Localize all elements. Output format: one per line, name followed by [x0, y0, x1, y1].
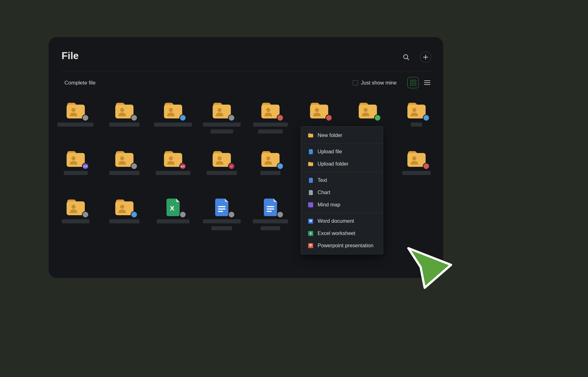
owner-avatar: [325, 114, 332, 121]
file-name-placeholder-group: [109, 123, 139, 127]
excel-item[interactable]: X: [149, 192, 197, 241]
owner-avatar: 微短: [179, 163, 186, 170]
folder-item[interactable]: [51, 192, 100, 241]
file-icon: [308, 178, 313, 183]
menu-group: Upload file Upload folder: [301, 144, 383, 172]
just-show-mine-toggle[interactable]: Just show mine: [353, 80, 397, 86]
file-icon-wrap: 微短: [163, 150, 183, 168]
menu-item-label: Mind map: [318, 202, 340, 208]
folder-item[interactable]: 志程: [51, 144, 100, 192]
folder-item[interactable]: [246, 96, 295, 144]
folder-icon: [308, 133, 313, 138]
file-name-placeholder-group: [109, 171, 139, 175]
menu-item-excel-worksheet[interactable]: xExcel worksheet: [301, 227, 383, 239]
file-name-placeholder-group: [207, 171, 237, 175]
add-button[interactable]: [420, 52, 431, 63]
file-icon-wrap: [212, 198, 232, 216]
mouse-cursor: [407, 247, 454, 292]
grid-view-icon: [410, 80, 413, 82]
file-icon-wrap: [358, 101, 378, 119]
menu-item-text[interactable]: Text: [301, 174, 383, 186]
menu-item-chart[interactable]: Chart: [301, 186, 383, 199]
upload-file-icon: [308, 149, 313, 155]
file-name-placeholder-group: [203, 219, 241, 230]
search-icon: [403, 54, 410, 61]
owner-avatar: [277, 163, 284, 170]
file-name-placeholder: [203, 123, 241, 127]
file-icon-wrap: [66, 101, 86, 119]
list-view-button[interactable]: [422, 78, 432, 87]
file-name-placeholder: [57, 123, 94, 127]
folder-item[interactable]: [100, 144, 149, 192]
menu-item-mind-map[interactable]: Mind map: [301, 199, 383, 211]
list-view-icon: [424, 80, 430, 81]
file-name-placeholder: [207, 171, 237, 175]
file-name-placeholder-group: [156, 171, 190, 175]
shape-square-icon: [308, 202, 313, 207]
file-icon-wrap: 志程: [66, 150, 86, 168]
doc-item[interactable]: [197, 192, 246, 241]
menu-item-powerpoint-presentation[interactable]: PPowerpoint presentation: [301, 239, 383, 252]
search-button[interactable]: [400, 52, 412, 63]
folder-item[interactable]: [100, 96, 149, 144]
folder-item[interactable]: 微短: [149, 144, 197, 192]
owner-avatar: [423, 114, 430, 121]
file-name-placeholder: [253, 219, 288, 223]
file-icon-wrap: X: [163, 198, 183, 216]
file-name-placeholder: [109, 219, 139, 223]
word-document-icon: W: [308, 218, 313, 224]
owner-avatar: [277, 211, 284, 218]
file-name-placeholder-group: [411, 123, 422, 127]
file-name-placeholder: [154, 123, 192, 127]
menu-item-label: Chart: [318, 189, 330, 195]
grid-view-button[interactable]: [407, 77, 419, 88]
file-name-placeholder: [261, 226, 280, 230]
owner-avatar: [374, 114, 381, 121]
folder-item[interactable]: [149, 96, 197, 144]
file-name-placeholder-group: [57, 123, 94, 127]
file-name-placeholder: [157, 219, 189, 223]
file-name-placeholder: [211, 226, 232, 230]
chart-icon: [308, 190, 313, 195]
menu-item-word-document[interactable]: WWord document: [301, 215, 383, 227]
menu-item-label: Upload file: [318, 149, 342, 155]
file-name-placeholder: [156, 171, 190, 175]
file-icon-wrap: [163, 101, 183, 119]
file-icon-wrap: [114, 150, 134, 168]
file-icon-wrap: [406, 101, 427, 119]
page-title: File: [62, 50, 79, 62]
doc-file-icon: [214, 198, 230, 217]
menu-item-upload-file[interactable]: Upload file: [301, 145, 383, 158]
menu-item-upload-folder[interactable]: Upload folder: [301, 158, 383, 170]
file-name-placeholder: [210, 129, 233, 134]
owner-avatar: [131, 211, 138, 218]
powerpoint-presentation-icon: P: [308, 243, 313, 249]
owner-avatar: [423, 163, 430, 170]
file-icon-wrap: [114, 198, 134, 216]
new-folder-icon: [308, 133, 313, 138]
owner-avatar: [277, 114, 284, 121]
file-name-placeholder-group: [402, 171, 431, 175]
menu-item-label: Text: [318, 177, 327, 183]
file-name-placeholder: [258, 129, 283, 134]
folder-item[interactable]: [197, 96, 246, 144]
folder-item[interactable]: [100, 192, 149, 241]
cursor-arrow: [408, 248, 451, 288]
owner-avatar: [228, 211, 235, 218]
folder-item[interactable]: [51, 96, 100, 144]
folder-item[interactable]: [392, 96, 441, 144]
folder-item[interactable]: [392, 144, 441, 192]
excel-worksheet-icon: x: [308, 231, 313, 236]
owner-avatar: [131, 114, 138, 121]
file-icon-wrap: [406, 150, 427, 168]
file-name-placeholder-group: [203, 123, 241, 134]
folder-item[interactable]: LI: [197, 144, 246, 192]
menu-item-new-folder[interactable]: New folder: [301, 129, 383, 141]
file-name-placeholder: [64, 171, 88, 175]
menu-item-label: Powerpoint presentation: [318, 243, 373, 249]
just-show-mine-checkbox[interactable]: [353, 80, 358, 85]
doc-item[interactable]: [246, 192, 295, 241]
svg-text:X: X: [170, 205, 174, 212]
owner-avatar: 志程: [82, 163, 89, 170]
folder-item[interactable]: [246, 144, 295, 192]
